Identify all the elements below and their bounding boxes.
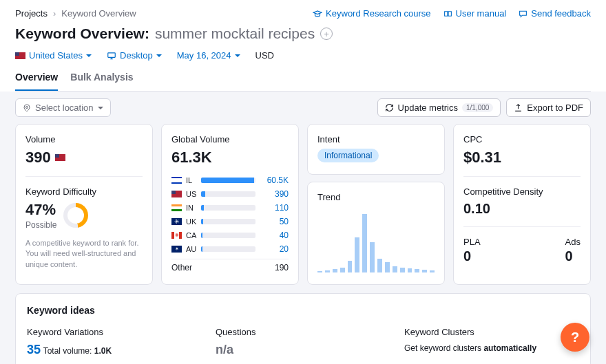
- competitive-density-label: Competitive Density: [463, 186, 581, 197]
- link-send-feedback[interactable]: Send feedback: [519, 8, 591, 19]
- chevron-down-icon: [235, 50, 240, 61]
- link-user-manual[interactable]: User manual: [443, 8, 507, 19]
- cpc-label: CPC: [463, 134, 581, 144]
- chevron-down-icon: [86, 50, 92, 61]
- flag-us-icon: [15, 52, 25, 59]
- trend-bar: [355, 237, 359, 272]
- trend-bar: [430, 270, 435, 272]
- global-volume-row[interactable]: US390: [171, 187, 289, 201]
- trend-bar: [348, 261, 353, 272]
- trend-bar: [393, 266, 397, 272]
- pla-label: PLA: [463, 237, 481, 247]
- breadcrumb-current: Keyword Overview: [61, 8, 136, 19]
- filter-country[interactable]: United States: [15, 50, 92, 61]
- flag-us-icon: [55, 154, 65, 161]
- pla-value: 0: [463, 248, 481, 264]
- trend-bar: [325, 270, 330, 272]
- location-pin-icon: [23, 104, 31, 112]
- trend-bar: [377, 259, 382, 272]
- volume-value: 390: [25, 149, 51, 167]
- ideas-variations[interactable]: Keyword Variations 35 Total volume: 1.0K: [27, 327, 202, 357]
- trend-bar: [362, 214, 367, 272]
- trend-bar: [415, 269, 419, 272]
- trend-bar: [385, 262, 390, 272]
- card-global-volume: Global Volume 61.3K IL60.5KUS390IN110UK5…: [161, 124, 299, 285]
- graduation-cap-icon: [313, 10, 322, 18]
- intent-label: Intent: [317, 134, 435, 144]
- trend-bar: [333, 269, 337, 272]
- card-keyword-ideas: Keyword ideas Keyword Variations 35 Tota…: [15, 293, 591, 364]
- ideas-questions[interactable]: Questions n/a: [216, 327, 390, 357]
- flag-in-icon: [171, 204, 182, 211]
- trend-bar: [370, 242, 375, 272]
- filter-device[interactable]: Desktop: [107, 50, 162, 61]
- global-volume-row[interactable]: CA40: [171, 228, 289, 242]
- ads-value: 0: [565, 248, 581, 264]
- global-volume-row[interactable]: IL60.5K: [171, 173, 289, 187]
- trend-bar: [317, 271, 322, 272]
- keyword-ideas-title: Keyword ideas: [27, 305, 579, 316]
- kd-label: Keyword Difficulty: [25, 186, 143, 197]
- chevron-right-icon: ›: [53, 8, 56, 19]
- flag-uk-icon: [171, 218, 182, 225]
- questions-value: n/a: [216, 343, 390, 357]
- breadcrumb: Projects › Keyword Overview Keyword Rese…: [15, 8, 591, 19]
- link-keyword-research-course[interactable]: Keyword Research course: [313, 8, 430, 19]
- trend-bar: [400, 268, 405, 272]
- trend-label: Trend: [317, 192, 435, 202]
- keyword-text: summer mocktail recipes: [155, 25, 315, 42]
- intent-badge: Informational: [317, 149, 379, 162]
- chevron-down-icon: [98, 103, 103, 113]
- book-icon: [443, 10, 452, 18]
- update-quota-badge: 1/1,000: [462, 103, 493, 112]
- competitive-density-value: 0.10: [463, 201, 581, 217]
- global-volume-row[interactable]: UK50: [171, 215, 289, 228]
- variations-count: 35: [27, 343, 41, 356]
- ideas-clusters[interactable]: Keyword Clusters Get keyword clusters au…: [404, 327, 579, 357]
- update-metrics-button[interactable]: Update metrics 1/1,000: [377, 98, 501, 117]
- desktop-icon: [107, 52, 116, 60]
- card-cpc: CPC $0.31 Competitive Density 0.10 PLA 0…: [453, 124, 591, 285]
- chevron-down-icon: [156, 50, 162, 61]
- currency-label: USD: [255, 50, 274, 61]
- kd-description: A competitive keyword to rank for. You w…: [25, 238, 143, 270]
- card-volume-kd: Volume 390 Keyword Difficulty 47% Possib…: [15, 124, 153, 285]
- select-location-dropdown[interactable]: Select location: [15, 98, 111, 117]
- flag-au-icon: [171, 246, 182, 253]
- card-trend: Trend: [307, 182, 445, 285]
- kd-tag: Possible: [25, 220, 56, 230]
- flag-ca-icon: [171, 232, 182, 239]
- card-intent: Intent Informational: [307, 124, 445, 175]
- trend-bar-chart: [317, 209, 435, 272]
- svg-rect-0: [108, 52, 116, 56]
- chat-icon: [519, 10, 527, 18]
- breadcrumb-projects[interactable]: Projects: [15, 8, 48, 19]
- trend-bar: [408, 268, 412, 272]
- ads-label: Ads: [565, 237, 581, 247]
- add-keyword-button[interactable]: +: [320, 28, 333, 40]
- export-icon: [514, 103, 523, 112]
- trend-bar: [422, 270, 427, 272]
- global-volume-other[interactable]: Other190: [171, 259, 289, 272]
- global-volume-label: Global Volume: [171, 134, 289, 144]
- volume-label: Volume: [25, 134, 143, 144]
- help-fab-button[interactable]: ?: [561, 323, 589, 352]
- kd-percent: 47%: [25, 201, 56, 219]
- trend-bar: [340, 268, 345, 272]
- tab-bulk-analysis[interactable]: Bulk Analysis: [70, 72, 133, 91]
- page-title: Keyword Overview:: [15, 25, 149, 42]
- filter-date[interactable]: May 16, 2024: [177, 50, 240, 61]
- flag-us-icon: [171, 191, 182, 197]
- global-volume-row[interactable]: AU20: [171, 242, 289, 256]
- flag-il-icon: [171, 177, 182, 184]
- refresh-icon: [385, 103, 394, 112]
- export-pdf-button[interactable]: Export to PDF: [506, 98, 591, 117]
- tab-overview[interactable]: Overview: [15, 72, 58, 91]
- kd-donut-chart: [63, 203, 88, 228]
- svg-point-1: [26, 106, 28, 108]
- cpc-value: $0.31: [463, 149, 581, 167]
- global-volume-row[interactable]: IN110: [171, 201, 289, 215]
- global-volume-total: 61.3K: [171, 149, 289, 167]
